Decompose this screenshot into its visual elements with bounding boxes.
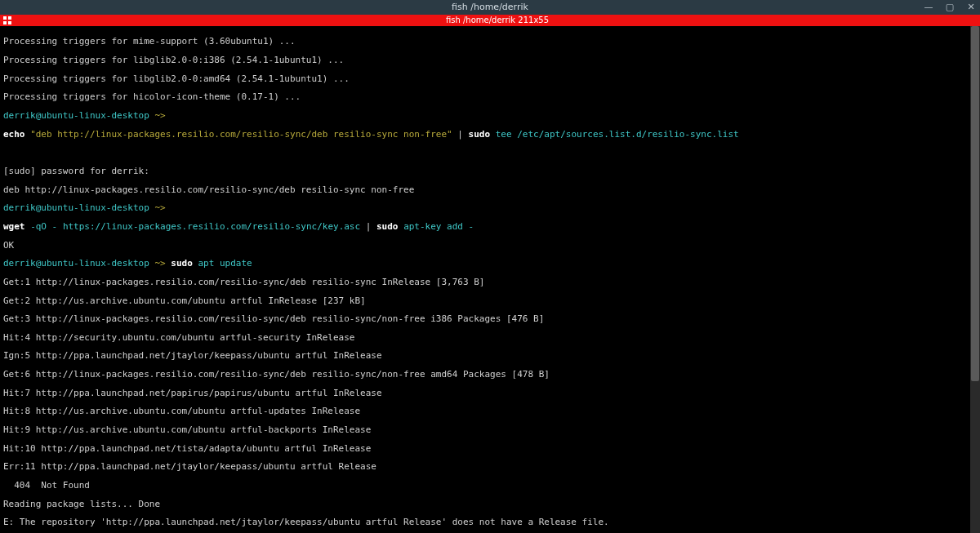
cmd-wget-flags: -qO - bbox=[30, 221, 57, 232]
minimize-button[interactable]: — bbox=[923, 2, 934, 11]
panes-grid-icon[interactable] bbox=[2, 15, 13, 26]
prompt-line: derrik@ubuntu-linux-desktop ~> sudo apt … bbox=[3, 259, 967, 268]
cmd-sudo: sudo bbox=[171, 258, 193, 269]
output-line: [sudo] password for derrik: bbox=[3, 167, 967, 175]
terminal-output: Processing triggers for mime-support (3.… bbox=[0, 26, 970, 533]
output-line: Processing triggers for libglib2.0-0:i38… bbox=[3, 56, 967, 64]
cmd-echo-arg: "deb http://linux-packages.resilio.com/r… bbox=[30, 129, 452, 140]
command-line: wget -qO - https://linux-packages.resili… bbox=[3, 222, 967, 231]
prompt-userhost: derrik@ubuntu-linux-desktop bbox=[3, 258, 149, 269]
prompt-sep: ~> bbox=[149, 110, 172, 121]
cmd-echo: echo bbox=[3, 129, 25, 140]
command-line: echo "deb http://linux-packages.resilio.… bbox=[3, 130, 967, 139]
output-line: Hit:9 http://us.archive.ubuntu.com/ubunt… bbox=[3, 425, 967, 434]
cmd-wget-url: https://linux-packages.resilio.com/resil… bbox=[63, 221, 360, 232]
output-line: Hit:7 http://ppa.launchpad.net/papirus/p… bbox=[3, 389, 967, 398]
output-line: Processing triggers for mime-support (3.… bbox=[3, 37, 967, 46]
svg-rect-0 bbox=[3, 16, 7, 20]
cmd-tee-arg: /etc/apt/sources.list.d/resilio-sync.lis… bbox=[517, 129, 739, 140]
prompt-userhost: derrik@ubuntu-linux-desktop bbox=[3, 110, 149, 121]
cmd-tee: tee bbox=[496, 129, 512, 140]
prompt-line: derrik@ubuntu-linux-desktop ~> bbox=[3, 111, 967, 120]
svg-rect-3 bbox=[8, 21, 11, 24]
output-line: deb http://linux-packages.resilio.com/re… bbox=[3, 185, 967, 194]
cmd-pipe: | bbox=[452, 129, 469, 140]
prompt-line: derrik@ubuntu-linux-desktop ~> bbox=[3, 203, 967, 212]
output-line: E: The repository 'http://ppa.launchpad.… bbox=[3, 517, 967, 526]
output-line: Get:2 http://us.archive.ubuntu.com/ubunt… bbox=[3, 296, 967, 305]
window-buttons: — ▢ ✕ bbox=[923, 0, 977, 15]
prompt-sep: ~> bbox=[149, 202, 172, 213]
cmd-wget: wget bbox=[3, 221, 25, 232]
output-line: Hit:8 http://us.archive.ubuntu.com/ubunt… bbox=[3, 406, 967, 415]
cmd-sudo: sudo bbox=[469, 129, 491, 140]
cmd-aptkey: apt-key add - bbox=[403, 221, 474, 232]
window-titlebar: fish /home/derrik — ▢ ✕ bbox=[0, 0, 980, 15]
output-line: Hit:10 http://ppa.launchpad.net/tista/ad… bbox=[3, 444, 967, 453]
svg-rect-2 bbox=[3, 21, 7, 24]
output-line: Get:3 http://linux-packages.resilio.com/… bbox=[3, 314, 967, 323]
output-line: Ign:5 http://ppa.launchpad.net/jtaylor/k… bbox=[3, 351, 967, 360]
terminal[interactable]: Processing triggers for mime-support (3.… bbox=[0, 26, 980, 533]
output-line: Processing triggers for hicolor-icon-the… bbox=[3, 92, 967, 101]
close-button[interactable]: ✕ bbox=[965, 2, 977, 11]
prompt-userhost: derrik@ubuntu-linux-desktop bbox=[3, 202, 149, 213]
output-line: Hit:4 http://security.ubuntu.com/ubuntu … bbox=[3, 333, 967, 342]
prompt-sep: ~> bbox=[149, 258, 172, 269]
cmd-pipe: | bbox=[360, 221, 376, 232]
scrollbar-thumb[interactable] bbox=[971, 26, 979, 381]
output-line bbox=[3, 148, 967, 157]
output-line: OK bbox=[3, 241, 967, 250]
maximize-button[interactable]: ▢ bbox=[944, 2, 956, 11]
output-line: 404 Not Found bbox=[3, 481, 967, 490]
tab-label[interactable]: fish /home/derrik 211x55 bbox=[15, 16, 980, 24]
output-line: Processing triggers for libglib2.0-0:amd… bbox=[3, 74, 967, 83]
cmd-aptupdate: apt update bbox=[198, 258, 252, 269]
output-line: Err:11 http://ppa.launchpad.net/jtaylor/… bbox=[3, 462, 967, 471]
output-line: Reading package lists... Done bbox=[3, 500, 967, 509]
cmd-sudo: sudo bbox=[376, 221, 399, 232]
window-title: fish /home/derrik bbox=[0, 2, 980, 11]
scrollbar[interactable] bbox=[970, 26, 980, 533]
output-line: Get:1 http://linux-packages.resilio.com/… bbox=[3, 278, 967, 286]
tab-bar: fish /home/derrik 211x55 bbox=[0, 15, 980, 26]
output-line: Get:6 http://linux-packages.resilio.com/… bbox=[3, 370, 967, 379]
svg-rect-1 bbox=[8, 16, 11, 20]
